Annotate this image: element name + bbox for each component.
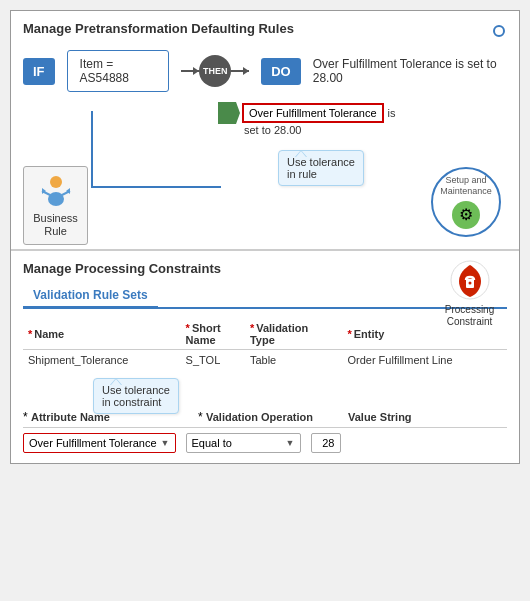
connector-horizontal [91,186,221,188]
action-text: Over Fulfillment Tolerance is set to 28.… [313,57,507,85]
business-rule-icon [38,173,74,209]
do-label: DO [261,58,301,85]
main-container: Manage Pretransformation Defaulting Rule… [10,10,520,464]
attribute-row: Over Fulfillment Tolerance ▼ Equal to ▼ … [23,433,507,453]
attr-header-value: Value String [348,410,412,424]
fulfillment-tag-suffix: is [388,107,396,119]
business-rule-box: BusinessRule [23,166,88,245]
small-indicator-circle [493,25,505,37]
tagged-fulfillment-area: Over Fulfillment Tolerance is set to 28.… [218,102,507,136]
validation-operation-select[interactable]: Equal to ▼ [186,433,301,453]
table-row[interactable]: Shipment_Tolerance S_TOL Table Order Ful… [23,350,507,371]
svg-point-1 [50,176,62,188]
green-tag-container [218,102,240,124]
connector-vertical [91,111,93,186]
tooltip-constraint-text: Use tolerancein constraint [102,384,170,408]
fulfillment-tag-line2: set to 28.00 [244,124,507,136]
green-tag-icon [218,102,240,124]
top-section-title: Manage Pretransformation Defaulting Rule… [23,21,507,36]
setup-label: Setup and Maintenance [433,175,499,197]
arrow-then: THEN [181,55,249,87]
cell-validation-type: Table [245,350,343,371]
use-tolerance-constraint-tooltip: Use tolerancein constraint [93,378,179,414]
attr-header-name: * Attribute Name [23,410,168,424]
condition-box: Item = AS54888 [67,50,170,92]
business-rule-label: BusinessRule [30,212,81,238]
top-section: Manage Pretransformation Defaulting Rule… [11,11,519,251]
tagged-row: Over Fulfillment Tolerance is [218,102,507,124]
col-short-name: *ShortName [181,319,245,350]
fulfillment-text-row: Over Fulfillment Tolerance is [242,103,396,123]
attribute-name-value: Over Fulfillment Tolerance [29,437,157,449]
validation-operation-value: Equal to [192,437,232,449]
tab-validation-rule-sets[interactable]: Validation Rule Sets [23,284,158,309]
svg-marker-0 [218,102,240,124]
tooltip-rule-text: Use tolerancein rule [287,156,355,180]
processing-constraint-label: Processing Constraint [432,304,507,328]
attribute-headers: * Attribute Name * Validation Operation … [23,410,507,428]
then-circle: THEN [199,55,231,87]
arrow-line-1 [181,70,199,72]
rule-area: IF Item = AS54888 THEN DO Over Fulfillme… [23,50,507,92]
if-label: IF [23,58,55,85]
fulfillment-red-box: Over Fulfillment Tolerance [242,103,384,123]
chevron-down-icon: ▼ [161,438,170,448]
cell-name: Shipment_Tolerance [23,350,181,371]
processing-constraint-icon [449,259,491,301]
value-string-field[interactable]: 28 [311,433,341,453]
svg-point-9 [468,282,471,285]
col-name: *Name [23,319,181,350]
setup-maintenance-circle[interactable]: Setup and Maintenance ⚙ [431,167,501,237]
bottom-section: Manage Processing Constraints Validation… [11,251,519,463]
cell-entity: Order Fulfillment Line [342,350,507,371]
attribute-name-select[interactable]: Over Fulfillment Tolerance ▼ [23,433,176,453]
arrow-line-2 [231,70,249,72]
chevron-down-icon-2: ▼ [286,438,295,448]
col-validation-type: *ValidationType [245,319,343,350]
use-tolerance-rule-tooltip: Use tolerancein rule [278,150,364,186]
cell-short-name: S_TOL [181,350,245,371]
processing-constraint-box: Processing Constraint [432,259,507,328]
attribute-section: * Attribute Name * Validation Operation … [23,410,507,453]
gear-icon: ⚙ [452,201,480,229]
attr-header-operation: * Validation Operation [198,410,318,424]
